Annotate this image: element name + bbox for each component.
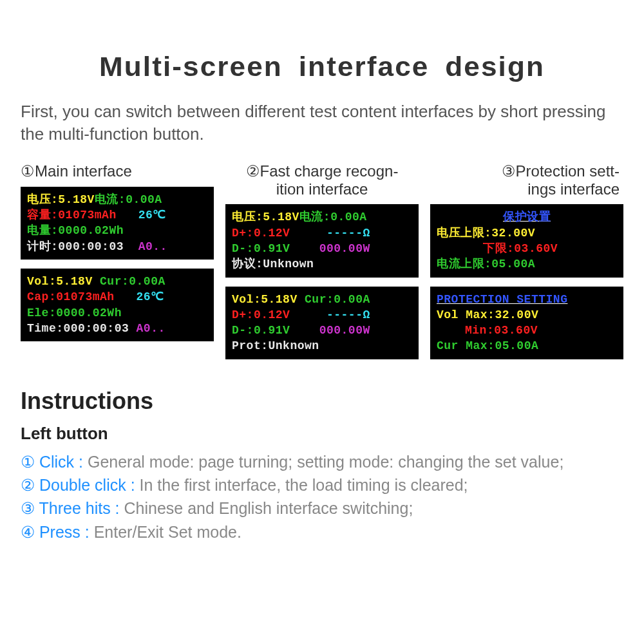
- label: Vol:: [27, 275, 56, 288]
- value: 01073mAh: [56, 290, 114, 303]
- value: 05.00A: [491, 258, 535, 270]
- label: D-:: [232, 324, 254, 337]
- label: 电流:: [95, 193, 126, 206]
- label: 协议:: [232, 258, 263, 270]
- bullet-label: ② Double click :: [21, 476, 140, 494]
- value: 0.12V: [254, 227, 290, 240]
- status: A0..: [137, 322, 166, 335]
- value: 03.60V: [494, 324, 538, 337]
- column-protection: ③Protection sett- ings interface 保护设置 电压…: [430, 162, 623, 368]
- value: 01073mAh: [58, 209, 116, 222]
- value: 05.00A: [495, 339, 538, 352]
- label: Prot:: [232, 339, 269, 352]
- page-title: Multi-screen interface design: [6, 52, 639, 82]
- label: 电压:: [27, 193, 58, 206]
- value: 000.00W: [319, 324, 370, 337]
- value: -----Ω: [327, 308, 370, 321]
- value: 5.18V: [261, 293, 298, 306]
- bullet-threehits: ③ Three hits : Chinese and English inter…: [21, 497, 623, 520]
- instructions-list: ① Click : General mode: page turning; se…: [21, 450, 623, 544]
- screen-fastcharge-cn: 电压:5.18V电流:0.00A D+:0.12V -----Ω D-:0.91…: [225, 204, 419, 277]
- label: Vol:: [232, 293, 261, 306]
- bullet-text: General mode: page turning; setting mode…: [88, 453, 564, 471]
- value: Unknown: [263, 258, 314, 270]
- label: D+:: [232, 227, 254, 240]
- value: Unknown: [269, 339, 319, 352]
- value: 26℃: [138, 209, 166, 222]
- label: 下限:: [437, 242, 514, 255]
- label: 电量:: [27, 224, 58, 237]
- value: 0.00A: [126, 193, 162, 206]
- bullet-click: ① Click : General mode: page turning; se…: [21, 450, 623, 473]
- label: 电流上限:: [437, 258, 491, 270]
- label: Min:: [437, 324, 494, 337]
- value: 0.91V: [254, 324, 290, 337]
- value: 0000.02Wh: [56, 307, 122, 319]
- value: 5.18V: [263, 211, 299, 223]
- value: 0.00A: [129, 275, 166, 288]
- value: 000.00W: [319, 242, 370, 255]
- status: A0..: [138, 240, 167, 253]
- screens-grid: ①Main interface 电压:5.18V电流:0.00A 容量:0107…: [21, 162, 623, 368]
- screen-protection-cn: 保护设置 电压上限:32.00V 下限:03.60V 电流上限:05.00A: [430, 204, 623, 277]
- bullet-text: In the first interface, the load timing …: [140, 476, 468, 494]
- value: 000:00:03: [58, 240, 124, 253]
- value: 5.18V: [56, 275, 93, 288]
- value: 32.00V: [491, 227, 535, 240]
- value: 0.00A: [330, 211, 367, 223]
- label: Cur:: [93, 275, 129, 288]
- label: 电压上限:: [437, 227, 491, 240]
- label: Cap:: [27, 290, 56, 303]
- screen-main-cn: 电压:5.18V电流:0.00A 容量:01073mAh 26℃ 电量:0000…: [21, 187, 214, 260]
- value: 0.12V: [254, 308, 290, 321]
- bullet-label: ④ Press :: [21, 523, 94, 541]
- value: 03.60V: [514, 242, 558, 255]
- label: 容量:: [27, 209, 58, 222]
- value: 0.00A: [334, 293, 370, 306]
- value: 32.00V: [495, 308, 538, 321]
- header: PROTECTION SETTING: [437, 293, 567, 306]
- label: Ele:: [27, 307, 56, 319]
- screen-main-en: Vol:5.18V Cur:0.00A Cap:01073mAh 26℃ Ele…: [21, 269, 214, 341]
- value: -----Ω: [327, 227, 370, 240]
- label: 计时:: [27, 240, 58, 253]
- screen-fastcharge-en: Vol:5.18V Cur:0.00A D+:0.12V -----Ω D-:0…: [225, 287, 419, 359]
- label: Time:: [27, 322, 64, 335]
- label: D+:: [232, 308, 254, 321]
- bullet-text: Chinese and English interface switching;: [124, 499, 413, 517]
- bullet-doubleclick: ② Double click : In the first interface,…: [21, 473, 623, 497]
- intro-text: First, you can switch between different …: [21, 100, 623, 146]
- value: 0000.02Wh: [58, 224, 124, 237]
- label: 电流:: [299, 211, 330, 223]
- bullet-text: Enter/Exit Set mode.: [94, 523, 242, 541]
- value: 5.18V: [58, 193, 95, 206]
- value: 0.91V: [254, 242, 290, 255]
- label: 电压:: [232, 211, 263, 223]
- label: D-:: [232, 242, 254, 255]
- col1-label: ①Main interface: [21, 162, 214, 180]
- instructions-subhead: Left button: [21, 424, 623, 444]
- bullet-label: ③ Three hits :: [21, 499, 124, 517]
- bullet-label: ① Click :: [21, 453, 88, 471]
- label: Cur Max:: [437, 339, 495, 352]
- column-main-interface: ①Main interface 电压:5.18V电流:0.00A 容量:0107…: [21, 162, 214, 368]
- screen-protection-en: PROTECTION SETTING Vol Max:32.00V Min:03…: [430, 287, 623, 359]
- label: Cur:: [305, 293, 334, 306]
- instructions-heading: Instructions: [21, 388, 623, 415]
- col2-label: ②Fast charge recogn- ition interface: [225, 162, 419, 198]
- bullet-press: ④ Press : Enter/Exit Set mode.: [21, 520, 623, 544]
- col3-label: ③Protection sett- ings interface: [430, 162, 623, 198]
- value: 000:00:03: [64, 322, 129, 335]
- value: 26℃: [137, 290, 164, 303]
- label: Vol Max:: [437, 308, 495, 321]
- column-fastcharge: ②Fast charge recogn- ition interface 电压:…: [225, 162, 419, 368]
- header: 保护设置: [503, 211, 551, 223]
